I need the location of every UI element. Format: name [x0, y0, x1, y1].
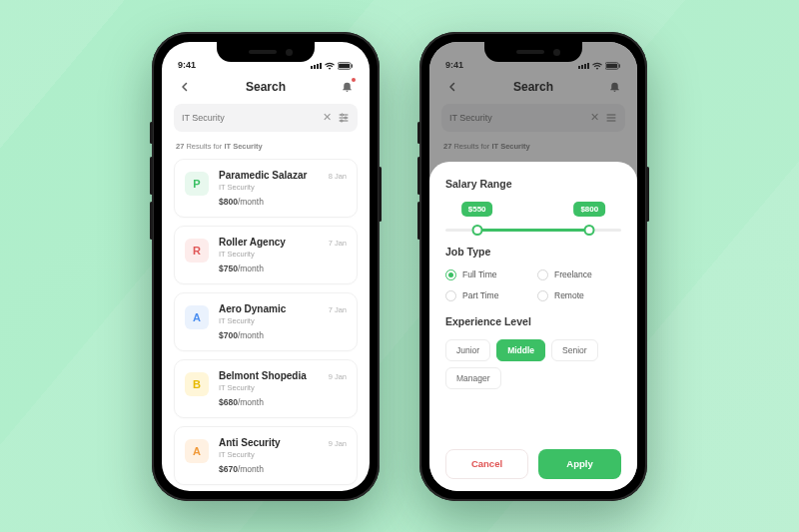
job-salary: $800/month — [219, 197, 319, 207]
app-header: Search — [162, 72, 370, 104]
job-type-option[interactable]: Freelance — [537, 269, 621, 280]
job-category: IT Security — [219, 250, 319, 259]
svg-point-3 — [342, 114, 344, 116]
results-summary: 27 Results for IT Security — [162, 142, 370, 159]
results-list: PParamedic SalazarIT Security$800/month8… — [162, 159, 370, 485]
job-type-label: Freelance — [554, 269, 592, 279]
svg-point-4 — [345, 117, 347, 119]
job-date: 9 Jan — [329, 372, 347, 407]
svg-point-5 — [341, 120, 343, 122]
job-type-label: Full Time — [462, 269, 496, 279]
company-avatar: A — [185, 439, 209, 463]
signal-icon — [311, 63, 322, 69]
job-salary: $680/month — [219, 397, 319, 407]
salary-range-title: Salary Range — [445, 178, 621, 190]
status-time: 9:41 — [178, 60, 196, 70]
job-date: 8 Jan — [329, 172, 347, 207]
job-category: IT Security — [219, 183, 319, 192]
back-icon[interactable] — [176, 78, 194, 96]
company-avatar: R — [185, 239, 209, 263]
company-avatar: P — [185, 172, 209, 196]
wifi-icon — [325, 62, 335, 70]
job-type-option[interactable]: Remote — [537, 290, 621, 301]
svg-rect-1 — [339, 63, 350, 68]
experience-chip[interactable]: Junior — [445, 339, 490, 361]
radio-icon — [537, 269, 548, 280]
job-card[interactable]: AAero DynamicIT Security$700/month7 Jan — [174, 292, 358, 351]
job-card[interactable]: AAnti SecurityIT Security$670/month9 Jan — [174, 426, 358, 485]
radio-icon — [445, 269, 456, 280]
clear-search-icon[interactable]: ✕ — [323, 111, 332, 124]
page-title: Search — [246, 80, 286, 94]
job-date: 9 Jan — [329, 439, 347, 474]
job-type-option[interactable]: Part Time — [445, 290, 529, 301]
job-card[interactable]: BBelmont ShopediaIT Security$680/month9 … — [174, 359, 358, 418]
device-search: 9:41 Search ✕ 27 Result — [152, 32, 380, 501]
job-type-label: Remote — [554, 290, 584, 300]
experience-chip[interactable]: Senior — [551, 339, 598, 361]
experience-chip[interactable]: Manager — [445, 367, 501, 389]
job-type-option[interactable]: Full Time — [445, 269, 529, 280]
job-salary: $670/month — [219, 464, 319, 474]
notifications-icon[interactable] — [338, 78, 356, 96]
job-category: IT Security — [219, 383, 319, 392]
job-date: 7 Jan — [329, 239, 347, 273]
experience-title: Experience Level — [445, 315, 621, 327]
salary-range-slider[interactable]: $550 $800 — [445, 202, 621, 240]
job-salary: $700/month — [219, 330, 319, 340]
salary-max-knob[interactable] — [584, 225, 595, 236]
job-card[interactable]: RRoller AgencyIT Security$750/month7 Jan — [174, 226, 358, 284]
job-category: IT Security — [219, 450, 319, 459]
job-type-group: Full TimeFreelancePart TimeRemote — [445, 269, 621, 301]
filter-icon[interactable] — [338, 112, 350, 124]
radio-icon — [537, 290, 548, 301]
job-date: 7 Jan — [329, 305, 347, 340]
job-title: Roller Agency — [219, 237, 319, 248]
experience-chip[interactable]: Middle — [496, 339, 545, 361]
job-title: Belmont Shopedia — [219, 370, 319, 381]
job-category: IT Security — [219, 316, 319, 325]
battery-icon — [338, 62, 354, 70]
salary-max-bubble: $800 — [573, 202, 605, 217]
device-filter: 9:41 Search ✕ 27 Results for IT — [419, 32, 647, 501]
job-title: Anti Security — [219, 437, 319, 448]
search-input[interactable] — [182, 113, 317, 123]
filter-sheet: Salary Range $550 $800 Job Type Full Tim… — [429, 162, 637, 491]
company-avatar: A — [185, 305, 209, 329]
apply-button[interactable]: Apply — [538, 449, 621, 479]
radio-icon — [445, 290, 456, 301]
job-salary: $750/month — [219, 264, 319, 273]
cancel-button[interactable]: Cancel — [445, 449, 528, 479]
job-title: Paramedic Salazar — [219, 170, 319, 181]
job-type-title: Job Type — [445, 246, 621, 258]
search-bar: ✕ — [174, 104, 358, 132]
svg-rect-2 — [352, 64, 353, 67]
salary-min-knob[interactable] — [471, 225, 482, 236]
experience-chips: JuniorMiddleSeniorManager — [445, 339, 621, 389]
job-title: Aero Dynamic — [219, 303, 319, 314]
company-avatar: B — [185, 372, 209, 396]
salary-min-bubble: $550 — [461, 202, 493, 217]
job-type-label: Part Time — [462, 290, 498, 300]
job-card[interactable]: PParamedic SalazarIT Security$800/month8… — [174, 159, 358, 218]
